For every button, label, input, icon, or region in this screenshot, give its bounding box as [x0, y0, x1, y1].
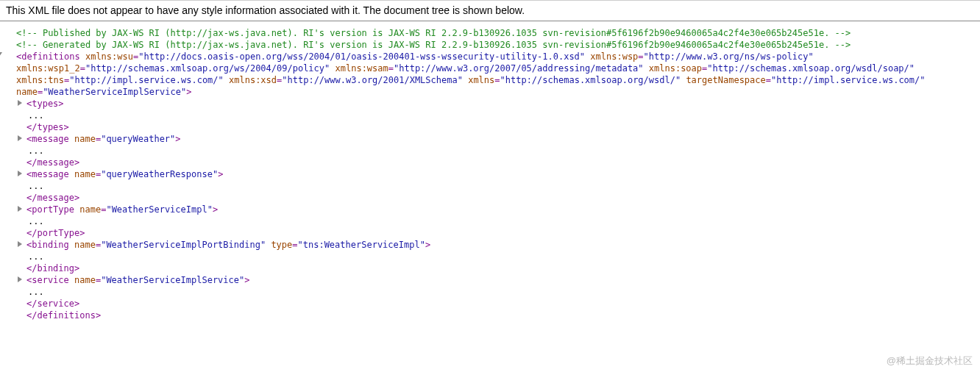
xml-tag: =	[292, 240, 297, 250]
definitions-open-cont: xmlns:tns="http://impl.service.ws.com/" …	[6, 74, 974, 86]
close-tag: </binding>	[26, 263, 79, 273]
xml-noStyle-header: This XML file does not appear to have an…	[0, 0, 980, 21]
definitions-close: </definitions>	[6, 310, 974, 321]
close-tag: </message>	[26, 193, 79, 203]
ellipsis: ...	[26, 215, 974, 227]
xml-attr-value: "WeatherServiceImplService"	[101, 275, 244, 285]
xml-attr-name: xmlns:wsp1_2	[16, 63, 80, 74]
xml-tag: =	[388, 63, 394, 74]
xml-attr-value: "tns:WeatherServiceImpl"	[298, 240, 425, 250]
expand-arrow-icon[interactable]	[18, 100, 22, 106]
xml-attr-name: name	[74, 275, 96, 285]
xml-attr-name: name	[79, 204, 101, 215]
xml-attr-name: xmlns:xsd	[229, 75, 277, 85]
comment-line: <!-- Generated by JAX-WS RI (http://jax-…	[6, 39, 974, 51]
xml-node-close: </service>	[26, 298, 974, 310]
xml-attr-name: xmlns	[468, 75, 494, 85]
xml-attr-value: "http://schemas.xmlsoap.org/wsdl/"	[500, 75, 681, 85]
xml-tag: >	[425, 240, 430, 250]
xml-node-close: </message>	[26, 192, 974, 204]
xml-tag: >	[175, 134, 180, 144]
definitions-open-cont: xmlns:wsp1_2="http://schemas.xmlsoap.org…	[6, 62, 974, 74]
expand-arrow-icon[interactable]	[18, 171, 22, 176]
expand-arrow-icon[interactable]	[18, 135, 22, 141]
xml-attr-value: "http://schemas.xmlsoap.org/wsdl/soap/"	[707, 63, 915, 74]
xml-tag: <message	[26, 134, 69, 144]
xml-attr-value: "queryWeatherResponse"	[101, 169, 218, 179]
xml-attr-value: "http://docs.oasis-open.org/wss/2004/01/…	[138, 51, 585, 62]
xml-attr-value: "http://schemas.xmlsoap.org/ws/2004/09/p…	[85, 63, 330, 74]
definitions-children: <types>...</types><message name="queryWe…	[6, 98, 974, 310]
xml-attr-value: "http://www.w3.org/ns/ws-policy"	[644, 51, 814, 62]
xml-attr-value: "http://www.w3.org/2007/05/addressing/me…	[394, 63, 644, 74]
expand-arrow-icon[interactable]	[18, 276, 22, 282]
xml-tag: <service	[26, 275, 69, 285]
ellipsis: ...	[26, 110, 974, 121]
xml-node-open[interactable]: <types>	[26, 98, 974, 110]
xml-node-close: </portType>	[26, 227, 974, 239]
xml-attr-name: xmlns:wsu	[85, 51, 133, 62]
xml-tag: >	[244, 275, 249, 285]
xml-tree: <!-- Published by JAX-WS RI (http://jax-…	[0, 21, 980, 327]
ellipsis: ...	[26, 180, 974, 192]
xml-attr-name: xmlns:soap	[649, 63, 702, 74]
xml-tag: <binding	[26, 240, 69, 250]
xml-attr-name: xmlns:wsp	[590, 51, 638, 62]
xml-node-close: </binding>	[26, 262, 974, 274]
xml-attr-name: type	[271, 240, 292, 250]
xml-attr-value: "http://impl.service.ws.com/"	[69, 75, 224, 85]
xml-node-open[interactable]: <service name="WeatherServiceImplService…	[26, 274, 974, 286]
ellipsis: ...	[26, 145, 974, 157]
comment-text: <!-- Published by JAX-WS RI (http://jax-…	[16, 28, 851, 38]
xml-tag: <portType	[26, 204, 74, 215]
xml-node-open[interactable]: <portType name="WeatherServiceImpl">	[26, 204, 974, 215]
xml-node-open[interactable]: <binding name="WeatherServiceImplPortBin…	[26, 239, 974, 251]
xml-node-open[interactable]: <message name="queryWeatherResponse">	[26, 168, 974, 180]
comment-line: <!-- Published by JAX-WS RI (http://jax-…	[6, 27, 974, 39]
expand-arrow-icon[interactable]	[18, 206, 22, 212]
xml-attr-name: targetNamespace	[686, 75, 765, 85]
expand-arrow-icon[interactable]	[18, 241, 22, 247]
xml-attr-name: name	[74, 240, 96, 250]
definitions-open[interactable]: <definitions xmlns:wsu="http://docs.oasi…	[6, 51, 974, 62]
close-tag: </definitions>	[26, 310, 101, 321]
expand-arrow-icon[interactable]	[0, 52, 2, 57]
xml-tag: >	[186, 87, 191, 97]
xml-node-open[interactable]: <message name="queryWeather">	[26, 133, 974, 145]
definitions-open-cont: name="WeatherServiceImplService">	[6, 86, 974, 98]
xml-tag: =	[494, 75, 500, 85]
xml-attr-value: "http://www.w3.org/2001/XMLSchema"	[282, 75, 463, 85]
xml-tag: >	[218, 169, 223, 179]
xml-node-close: </types>	[26, 121, 974, 133]
xml-attr-name: xmlns:tns	[16, 75, 64, 85]
xml-node-close: </message>	[26, 157, 974, 168]
xml-tag: <message	[26, 169, 69, 179]
close-tag: </types>	[26, 122, 69, 132]
ellipsis: ...	[26, 286, 974, 298]
xml-tag: =	[766, 75, 771, 85]
xml-attr-value: "WeatherServiceImpl"	[106, 204, 213, 215]
xml-tag: <definitions	[16, 51, 80, 62]
xml-attr-name: name	[74, 169, 96, 179]
xml-attr-name: name	[16, 87, 38, 97]
xml-tag: =	[80, 63, 85, 74]
ellipsis: ...	[26, 251, 974, 262]
xml-tag: =	[638, 51, 643, 62]
close-tag: </portType>	[26, 228, 85, 238]
xml-attr-value: "WeatherServiceImplService"	[43, 87, 186, 97]
xml-attr-value: "http://impl.service.ws.com/"	[771, 75, 926, 85]
xml-tag: >	[213, 204, 218, 215]
close-tag: </message>	[26, 157, 79, 168]
xml-attr-value: "WeatherServiceImplPortBinding"	[101, 240, 266, 250]
close-tag: </service>	[26, 298, 79, 309]
xml-tag: <types>	[26, 99, 64, 109]
xml-attr-name: name	[74, 134, 96, 144]
xml-attr-name: xmlns:wsam	[335, 63, 388, 74]
xml-attr-value: "queryWeather"	[101, 134, 175, 144]
comment-text: <!-- Generated by JAX-WS RI (http://jax-…	[16, 40, 851, 50]
